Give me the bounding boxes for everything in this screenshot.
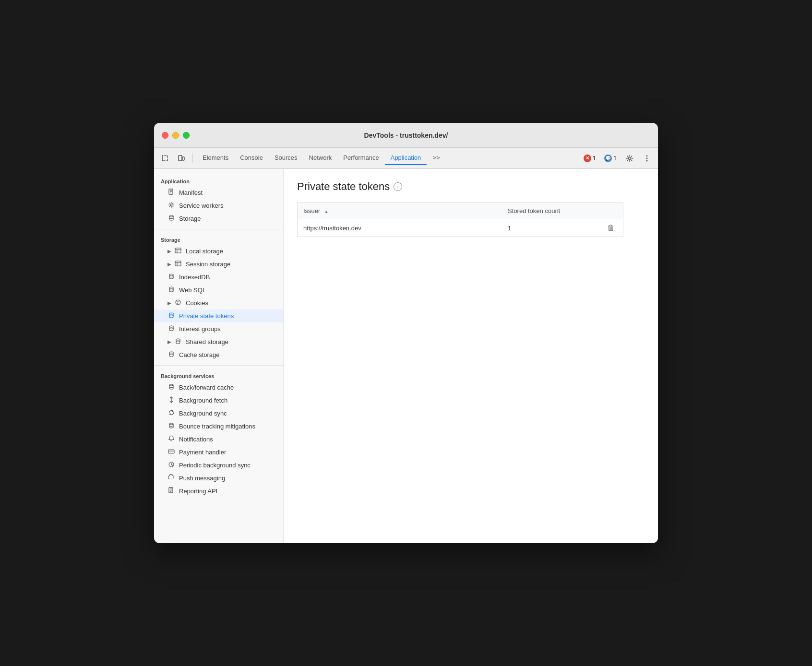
svg-point-23	[177, 301, 178, 302]
sidebar-item-cookies[interactable]: ▶ Cookies	[154, 297, 283, 309]
tab-elements[interactable]: Elements	[197, 151, 234, 165]
more-options-button[interactable]	[640, 152, 654, 165]
sidebar-item-cache-storage[interactable]: Cache storage	[154, 348, 283, 361]
table-icon	[174, 247, 182, 255]
tab-more[interactable]: >>	[427, 151, 445, 165]
database-icon	[167, 214, 175, 223]
svg-point-26	[169, 313, 173, 314]
info-icon[interactable]: i	[394, 182, 402, 191]
arrow-shared-storage: ▶	[167, 339, 171, 345]
device-icon	[178, 155, 185, 162]
clock-icon	[167, 461, 175, 469]
warning-badge-button[interactable]: 💬 1	[601, 154, 620, 163]
sidebar-item-service-workers[interactable]: Service workers	[154, 199, 283, 212]
maximize-button[interactable]	[183, 132, 190, 139]
toolbar: Elements Console Sources Network Perform…	[154, 148, 658, 169]
main-area: Application Manifest Service workers Sto…	[154, 169, 658, 543]
sidebar-label-interest-groups: Interest groups	[179, 325, 221, 333]
sidebar-item-periodic-bg-sync[interactable]: Periodic background sync	[154, 459, 283, 472]
divider-1	[154, 229, 283, 229]
sidebar-item-websql[interactable]: Web SQL	[154, 284, 283, 297]
sidebar-item-bg-fetch[interactable]: Background fetch	[154, 394, 283, 407]
delete-token-button[interactable]: 🗑	[605, 224, 617, 232]
sidebar-item-bf-cache[interactable]: Back/forward cache	[154, 381, 283, 394]
sidebar-label-cookies: Cookies	[186, 299, 208, 307]
sidebar-item-session-storage[interactable]: ▶ Session storage	[154, 258, 283, 271]
sidebar-label-bg-fetch: Background fetch	[179, 397, 227, 404]
close-button[interactable]	[162, 132, 168, 139]
cursor-tool-button[interactable]	[158, 152, 172, 165]
sidebar-item-private-state-tokens[interactable]: Private state tokens	[154, 309, 283, 322]
arrow-cookies: ▶	[167, 300, 171, 306]
sidebar-label-bf-cache: Back/forward cache	[179, 384, 234, 391]
count-cell: 1	[502, 219, 599, 237]
svg-point-6	[646, 157, 648, 159]
main-panel: Private state tokens i Issuer ▲ Stored t…	[284, 169, 658, 543]
tab-network[interactable]: Network	[303, 151, 338, 165]
sidebar-item-storage-app[interactable]: Storage	[154, 212, 283, 225]
svg-point-5	[646, 155, 648, 156]
traffic-lights	[162, 132, 190, 139]
sidebar-item-indexeddb[interactable]: IndexedDB	[154, 271, 283, 284]
sidebar-item-push-messaging[interactable]: Push messaging	[154, 472, 283, 485]
sidebar-label-storage-app: Storage	[179, 215, 201, 222]
table-header-row: Issuer ▲ Stored token count	[298, 203, 623, 219]
sidebar-item-notifications[interactable]: Notifications	[154, 433, 283, 446]
device-toolbar-button[interactable]	[174, 152, 189, 165]
th-action	[599, 203, 623, 219]
sidebar-label-shared-storage: Shared storage	[186, 338, 228, 345]
tab-sources[interactable]: Sources	[269, 151, 303, 165]
settings-button[interactable]	[622, 152, 637, 165]
sidebar-item-local-storage[interactable]: ▶ Local storage	[154, 245, 283, 258]
svg-point-28	[176, 339, 180, 340]
tokens-table: Issuer ▲ Stored token count https://trus…	[297, 202, 623, 237]
sidebar-item-shared-storage[interactable]: ▶ Shared storage	[154, 335, 283, 348]
database-icon-indexed	[167, 273, 175, 281]
issuer-cell: https://trusttoken.dev	[298, 219, 502, 237]
sidebar-section-application: Application	[154, 175, 283, 186]
svg-point-24	[179, 301, 179, 302]
tab-console[interactable]: Console	[234, 151, 269, 165]
sidebar-section-bg-services: Background services	[154, 369, 283, 381]
sidebar-label-cache-storage: Cache storage	[179, 351, 220, 358]
sidebar-item-bounce-tracking[interactable]: Bounce tracking mitigations	[154, 420, 283, 433]
action-cell: 🗑	[599, 219, 623, 237]
sidebar-item-manifest[interactable]: Manifest	[154, 186, 283, 199]
error-badge-button[interactable]: ✕ 1	[581, 154, 599, 163]
panel-title-row: Private state tokens i	[297, 180, 645, 193]
th-issuer[interactable]: Issuer ▲	[298, 203, 502, 219]
sidebar-item-payment-handler[interactable]: Payment handler	[154, 446, 283, 459]
bell-icon	[167, 435, 175, 443]
sync-icon	[167, 409, 175, 417]
table-row: https://trusttoken.dev 1 🗑	[298, 219, 623, 237]
sidebar-label-private-state-tokens: Private state tokens	[179, 312, 234, 320]
table-icon-session	[174, 260, 182, 268]
devtools-window: DevTools - trusttoken.dev/ Elements Cons…	[154, 123, 658, 543]
svg-point-32	[169, 423, 173, 425]
error-icon: ✕	[584, 155, 591, 162]
svg-point-7	[646, 160, 648, 161]
file-icon	[167, 189, 175, 197]
svg-point-22	[176, 300, 180, 305]
gear-icon	[626, 155, 633, 162]
sidebar-item-bg-sync[interactable]: Background sync	[154, 407, 283, 420]
svg-point-29	[169, 352, 173, 353]
svg-rect-3	[182, 157, 184, 160]
sidebar-label-manifest: Manifest	[179, 189, 203, 196]
sidebar-item-interest-groups[interactable]: Interest groups	[154, 322, 283, 335]
arrow-local-storage: ▶	[167, 249, 171, 254]
tab-application[interactable]: Application	[385, 151, 427, 165]
arrow-session-storage: ▶	[167, 262, 171, 267]
svg-rect-14	[175, 248, 181, 253]
sidebar-label-local-storage: Local storage	[186, 248, 223, 255]
database-icon-bt	[167, 422, 175, 430]
sort-icon: ▲	[324, 209, 329, 214]
tab-performance[interactable]: Performance	[337, 151, 384, 165]
titlebar: DevTools - trusttoken.dev/	[154, 123, 658, 148]
card-icon	[167, 448, 175, 456]
sidebar-label-notifications: Notifications	[179, 436, 213, 443]
th-count-label: Stored token count	[508, 207, 560, 214]
minimize-button[interactable]	[172, 132, 179, 139]
sidebar-item-reporting-api[interactable]: Reporting API	[154, 485, 283, 498]
cursor-icon	[161, 155, 169, 162]
